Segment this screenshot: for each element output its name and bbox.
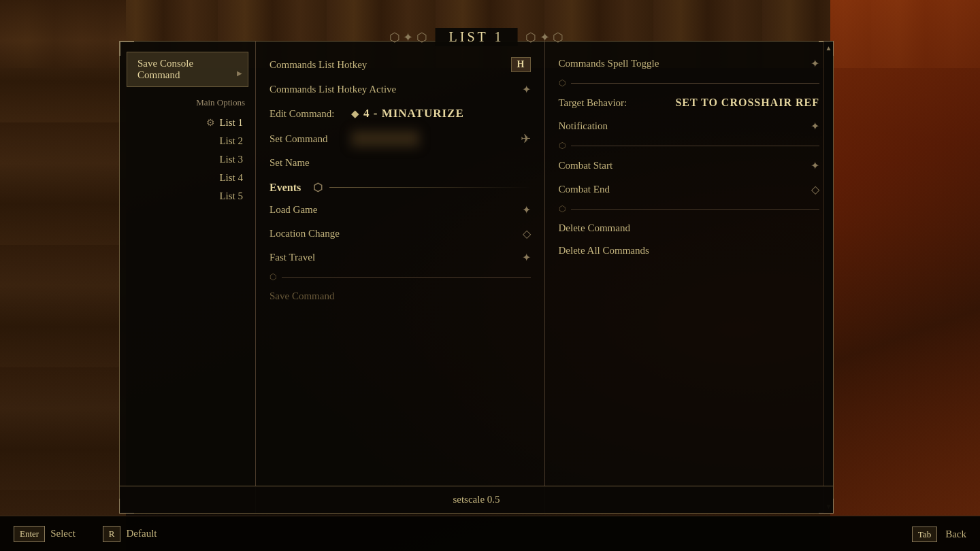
set-command-blur bbox=[351, 131, 419, 147]
title-bar: ⬡ ✦ ⬡ LIST 1 ⬡ ✦ ⬡ bbox=[389, 28, 564, 46]
set-command-item[interactable]: Set Command ✈ bbox=[270, 126, 531, 152]
delete-all-commands-item[interactable]: Delete All Commands bbox=[559, 239, 820, 262]
wood-left bbox=[0, 0, 126, 551]
sidebar-item-label-list1: List 1 bbox=[219, 117, 243, 129]
r-key-box: R bbox=[103, 526, 121, 542]
divider-line-r1 bbox=[571, 83, 820, 84]
edit-command-arrow: ◆ bbox=[351, 107, 359, 120]
sidebar-item-label-list4: List 4 bbox=[219, 172, 243, 184]
location-change-item[interactable]: Location Change ◇ bbox=[270, 222, 531, 246]
title-deco-left: ⬡ ✦ ⬡ bbox=[389, 30, 427, 45]
enter-label: Select bbox=[50, 528, 76, 539]
bottom-command-bar: setscale 0.5 bbox=[120, 486, 833, 513]
fast-travel-item[interactable]: Fast Travel ✦ bbox=[270, 246, 531, 269]
delete-command-item[interactable]: Delete Command bbox=[559, 217, 820, 239]
combat-end-label: Combat End bbox=[559, 184, 806, 195]
sidebar-item-list2[interactable]: List 2 bbox=[127, 132, 248, 150]
location-change-icon: ◇ bbox=[523, 227, 531, 240]
set-command-icon: ✈ bbox=[521, 131, 531, 146]
sidebar-item-list4[interactable]: List 4 bbox=[127, 169, 248, 187]
divider-icon-left: ⬡ bbox=[270, 272, 276, 282]
delete-command-label: Delete Command bbox=[559, 222, 820, 234]
divider-line-r2 bbox=[571, 146, 820, 146]
sidebar-item-list5[interactable]: List 5 bbox=[127, 187, 248, 205]
commands-list-hotkey-item[interactable]: Commands List Hotkey H bbox=[270, 52, 531, 78]
divider-icon-r2: ⬡ bbox=[559, 141, 566, 151]
right-divider-2: ⬡ bbox=[559, 138, 820, 154]
target-behavior-value: SET TO CROSSHAIR REF bbox=[675, 97, 819, 109]
events-line bbox=[329, 187, 530, 188]
events-label: Events bbox=[270, 182, 301, 194]
divider-icon-r1: ⬡ bbox=[559, 78, 566, 88]
combat-end-item[interactable]: Combat End ◇ bbox=[559, 178, 820, 201]
right-column: Commands Spell Toggle ✦ ⬡ Target Behavio… bbox=[545, 41, 834, 513]
set-name-label: Set Name bbox=[270, 157, 531, 169]
notification-icon: ✦ bbox=[811, 120, 819, 133]
commands-spell-toggle-item[interactable]: Commands Spell Toggle ✦ bbox=[559, 52, 820, 76]
wood-right bbox=[830, 0, 980, 551]
commands-list-hotkey-active-label: Commands List Hotkey Active bbox=[270, 84, 517, 95]
divider-line-left bbox=[282, 277, 531, 278]
combat-start-icon: ✦ bbox=[811, 159, 819, 172]
sidebar: Save Console Command Main Options ⚙ List… bbox=[120, 41, 256, 513]
set-name-item[interactable]: Set Name bbox=[270, 152, 531, 174]
combat-start-item[interactable]: Combat Start ✦ bbox=[559, 154, 820, 178]
right-divider-1: ⬡ bbox=[559, 76, 820, 91]
fast-travel-label: Fast Travel bbox=[270, 252, 517, 263]
list1-icon: ⚙ bbox=[206, 117, 215, 129]
r-label: Default bbox=[126, 528, 157, 539]
tab-label: Back bbox=[945, 529, 966, 539]
delete-all-commands-label: Delete All Commands bbox=[559, 245, 820, 256]
notification-label: Notification bbox=[559, 120, 806, 132]
commands-spell-toggle-label: Commands Spell Toggle bbox=[559, 58, 806, 69]
sidebar-item-list1[interactable]: ⚙ List 1 bbox=[127, 114, 248, 132]
save-command-item: Save Command bbox=[270, 285, 531, 307]
tab-back-control: Tab Back bbox=[912, 528, 966, 540]
main-panel: ⬡ ✦ ⬡ LIST 1 ⬡ ✦ ⬡ Save Console Command … bbox=[119, 41, 834, 514]
load-game-label: Load Game bbox=[270, 204, 517, 216]
panel-inner: Save Console Command Main Options ⚙ List… bbox=[120, 41, 833, 513]
hotkey-active-icon: ✦ bbox=[522, 83, 531, 96]
main-options-label: Main Options bbox=[127, 97, 248, 108]
enter-select-control: Enter Select bbox=[14, 526, 76, 542]
edit-command-value: 4 - MINATURIZE bbox=[363, 107, 464, 120]
sidebar-item-label-list3: List 3 bbox=[219, 154, 243, 165]
save-command-label: Save Command bbox=[270, 290, 531, 302]
enter-key-box: Enter bbox=[14, 526, 45, 542]
tab-key-box: Tab bbox=[912, 527, 937, 542]
left-column: Commands List Hotkey H Commands List Hot… bbox=[256, 41, 545, 513]
save-console-command-button[interactable]: Save Console Command bbox=[127, 52, 248, 87]
bottom-command-text: setscale 0.5 bbox=[453, 494, 500, 505]
load-game-icon: ✦ bbox=[522, 203, 531, 216]
panel-title: LIST 1 bbox=[436, 28, 518, 46]
content-area: Commands List Hotkey H Commands List Hot… bbox=[256, 41, 833, 513]
spell-toggle-icon: ✦ bbox=[811, 57, 819, 70]
events-section-header: Events ⬡ bbox=[270, 174, 531, 198]
load-game-item[interactable]: Load Game ✦ bbox=[270, 198, 531, 222]
commands-list-hotkey-active-item[interactable]: Commands List Hotkey Active ✦ bbox=[270, 78, 531, 101]
fast-travel-icon: ✦ bbox=[522, 251, 531, 264]
divider-line-r3 bbox=[571, 209, 820, 210]
scroll-up-arrow[interactable]: ▲ bbox=[826, 44, 832, 52]
events-icon: ⬡ bbox=[313, 181, 323, 194]
left-divider: ⬡ bbox=[270, 269, 531, 285]
hotkey-value: H bbox=[511, 57, 531, 72]
right-divider-3: ⬡ bbox=[559, 201, 820, 217]
scrollbar[interactable]: ▲ ▼ bbox=[823, 41, 833, 513]
combat-start-label: Combat Start bbox=[559, 160, 806, 171]
sidebar-item-list3[interactable]: List 3 bbox=[127, 150, 248, 169]
notification-item[interactable]: Notification ✦ bbox=[559, 114, 820, 138]
combat-end-icon: ◇ bbox=[811, 183, 819, 196]
edit-command-item[interactable]: Edit Command: ◆ 4 - MINATURIZE bbox=[270, 101, 531, 126]
location-change-label: Location Change bbox=[270, 228, 517, 239]
footer-bar: Enter Select R Default Tab Back bbox=[0, 516, 980, 551]
divider-icon-r3: ⬡ bbox=[559, 204, 566, 214]
target-behavior-label: Target Behavior: bbox=[559, 97, 627, 109]
edit-command-label: Edit Command: bbox=[270, 108, 351, 120]
target-behavior-item[interactable]: Target Behavior: SET TO CROSSHAIR REF bbox=[559, 91, 820, 114]
sidebar-item-label-list2: List 2 bbox=[219, 135, 243, 147]
r-default-control: R Default bbox=[103, 526, 157, 542]
commands-list-hotkey-label: Commands List Hotkey bbox=[270, 59, 511, 71]
title-deco-right: ⬡ ✦ ⬡ bbox=[525, 30, 564, 45]
sidebar-item-label-list5: List 5 bbox=[219, 190, 243, 202]
